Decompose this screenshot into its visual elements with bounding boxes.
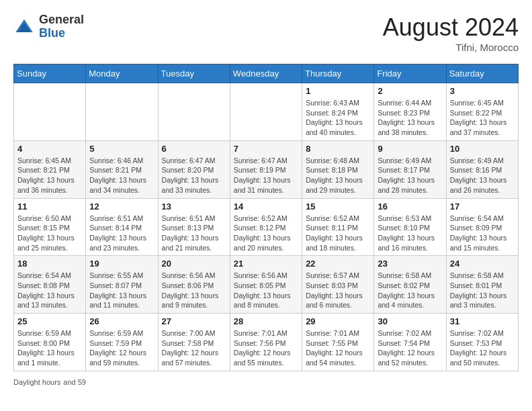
- day-number: 17: [450, 201, 515, 212]
- day-info: Sunrise: 6:58 AM Sunset: 8:02 PM Dayligh…: [378, 271, 442, 310]
- calendar-cell: 23Sunrise: 6:58 AM Sunset: 8:02 PM Dayli…: [374, 256, 446, 314]
- day-number: 13: [162, 201, 226, 212]
- day-info: Sunrise: 6:49 AM Sunset: 8:17 PM Dayligh…: [378, 156, 442, 195]
- day-info: Sunrise: 6:59 AM Sunset: 7:59 PM Dayligh…: [89, 328, 154, 368]
- day-number: 29: [306, 316, 370, 326]
- calendar-week-row: 4Sunrise: 6:45 AM Sunset: 8:21 PM Daylig…: [14, 140, 519, 198]
- logo: General Blue: [13, 13, 84, 40]
- day-info: Sunrise: 6:50 AM Sunset: 8:15 PM Dayligh…: [17, 214, 82, 253]
- day-info: Sunrise: 6:52 AM Sunset: 8:11 PM Dayligh…: [306, 214, 370, 253]
- calendar-cell: 3Sunrise: 6:45 AM Sunset: 8:22 PM Daylig…: [446, 83, 518, 141]
- calendar-cell: 25Sunrise: 6:59 AM Sunset: 8:00 PM Dayli…: [14, 314, 86, 371]
- calendar-cell: 8Sunrise: 6:48 AM Sunset: 8:18 PM Daylig…: [302, 140, 374, 198]
- day-number: 9: [378, 144, 442, 154]
- calendar-week-row: 18Sunrise: 6:54 AM Sunset: 8:08 PM Dayli…: [14, 256, 519, 314]
- calendar-week-row: 1Sunrise: 6:43 AM Sunset: 8:24 PM Daylig…: [14, 83, 519, 141]
- calendar-cell: 28Sunrise: 7:01 AM Sunset: 7:56 PM Dayli…: [230, 314, 302, 371]
- calendar-cell: 14Sunrise: 6:52 AM Sunset: 8:12 PM Dayli…: [230, 198, 302, 256]
- day-number: 31: [450, 316, 515, 326]
- day-info: Sunrise: 6:54 AM Sunset: 8:08 PM Dayligh…: [17, 271, 82, 310]
- calendar-header-thursday: Thursday: [302, 64, 374, 83]
- calendar-header-sunday: Sunday: [14, 64, 86, 83]
- day-number: 11: [17, 201, 82, 212]
- day-info: Sunrise: 6:49 AM Sunset: 8:16 PM Dayligh…: [450, 156, 515, 195]
- calendar-cell: 21Sunrise: 6:56 AM Sunset: 8:05 PM Dayli…: [230, 256, 302, 314]
- calendar-cell: 2Sunrise: 6:44 AM Sunset: 8:23 PM Daylig…: [374, 83, 446, 141]
- day-number: 7: [234, 144, 298, 154]
- day-info: Sunrise: 7:02 AM Sunset: 7:53 PM Dayligh…: [450, 328, 515, 368]
- calendar-cell: 22Sunrise: 6:57 AM Sunset: 8:03 PM Dayli…: [302, 256, 374, 314]
- calendar-header-friday: Friday: [374, 64, 446, 83]
- calendar-cell: 24Sunrise: 6:58 AM Sunset: 8:01 PM Dayli…: [446, 256, 518, 314]
- calendar-cell: [230, 83, 302, 141]
- calendar-cell: 15Sunrise: 6:52 AM Sunset: 8:11 PM Dayli…: [302, 198, 374, 256]
- calendar-cell: 7Sunrise: 6:47 AM Sunset: 8:19 PM Daylig…: [230, 140, 302, 198]
- day-number: 8: [306, 144, 370, 154]
- day-info: Sunrise: 6:53 AM Sunset: 8:10 PM Dayligh…: [378, 214, 442, 253]
- calendar-week-row: 11Sunrise: 6:50 AM Sunset: 8:15 PM Dayli…: [14, 198, 519, 256]
- footer-note: and 59: [63, 378, 86, 386]
- logo-text: General Blue: [39, 13, 84, 40]
- footer-label: Daylight hours: [13, 378, 60, 386]
- calendar-cell: 26Sunrise: 6:59 AM Sunset: 7:59 PM Dayli…: [86, 314, 158, 371]
- day-info: Sunrise: 7:02 AM Sunset: 7:54 PM Dayligh…: [378, 328, 442, 368]
- day-number: 24: [450, 259, 515, 269]
- calendar-cell: 31Sunrise: 7:02 AM Sunset: 7:53 PM Dayli…: [446, 314, 518, 371]
- day-number: 22: [306, 259, 370, 269]
- day-info: Sunrise: 6:43 AM Sunset: 8:24 PM Dayligh…: [306, 98, 370, 138]
- location: Tifni, Morocco: [383, 42, 519, 53]
- day-number: 1: [306, 86, 370, 96]
- day-info: Sunrise: 6:55 AM Sunset: 8:07 PM Dayligh…: [89, 271, 154, 310]
- calendar-cell: 11Sunrise: 6:50 AM Sunset: 8:15 PM Dayli…: [14, 198, 86, 256]
- logo-icon: [13, 16, 35, 38]
- day-number: 28: [234, 316, 298, 326]
- day-number: 10: [450, 144, 515, 154]
- day-info: Sunrise: 7:01 AM Sunset: 7:56 PM Dayligh…: [234, 328, 298, 368]
- calendar-cell: 13Sunrise: 6:51 AM Sunset: 8:13 PM Dayli…: [158, 198, 230, 256]
- calendar-cell: 9Sunrise: 6:49 AM Sunset: 8:17 PM Daylig…: [374, 140, 446, 198]
- day-info: Sunrise: 7:01 AM Sunset: 7:55 PM Dayligh…: [306, 328, 370, 368]
- calendar-cell: [14, 83, 86, 141]
- calendar-cell: [86, 83, 158, 141]
- day-number: 30: [378, 316, 442, 326]
- calendar-cell: 18Sunrise: 6:54 AM Sunset: 8:08 PM Dayli…: [14, 256, 86, 314]
- calendar-cell: 30Sunrise: 7:02 AM Sunset: 7:54 PM Dayli…: [374, 314, 446, 371]
- day-info: Sunrise: 6:45 AM Sunset: 8:22 PM Dayligh…: [450, 98, 515, 138]
- day-number: 20: [162, 259, 226, 269]
- calendar-cell: 16Sunrise: 6:53 AM Sunset: 8:10 PM Dayli…: [374, 198, 446, 256]
- day-info: Sunrise: 6:48 AM Sunset: 8:18 PM Dayligh…: [306, 156, 370, 195]
- calendar-cell: 5Sunrise: 6:46 AM Sunset: 8:21 PM Daylig…: [86, 140, 158, 198]
- day-info: Sunrise: 6:57 AM Sunset: 8:03 PM Dayligh…: [306, 271, 370, 310]
- calendar-week-row: 25Sunrise: 6:59 AM Sunset: 8:00 PM Dayli…: [14, 314, 519, 371]
- day-info: Sunrise: 6:54 AM Sunset: 8:09 PM Dayligh…: [450, 214, 515, 253]
- day-number: 5: [89, 144, 154, 154]
- day-number: 25: [17, 316, 82, 326]
- calendar-cell: 29Sunrise: 7:01 AM Sunset: 7:55 PM Dayli…: [302, 314, 374, 371]
- day-number: 19: [89, 259, 154, 269]
- day-info: Sunrise: 7:00 AM Sunset: 7:58 PM Dayligh…: [162, 328, 226, 368]
- day-info: Sunrise: 6:51 AM Sunset: 8:13 PM Dayligh…: [162, 214, 226, 253]
- month-year: August 2024: [383, 13, 519, 42]
- calendar-header-saturday: Saturday: [446, 64, 518, 83]
- day-info: Sunrise: 6:59 AM Sunset: 8:00 PM Dayligh…: [17, 328, 82, 368]
- calendar-cell: 1Sunrise: 6:43 AM Sunset: 8:24 PM Daylig…: [302, 83, 374, 141]
- day-info: Sunrise: 6:56 AM Sunset: 8:06 PM Dayligh…: [162, 271, 226, 310]
- calendar-header-tuesday: Tuesday: [158, 64, 230, 83]
- day-info: Sunrise: 6:58 AM Sunset: 8:01 PM Dayligh…: [450, 271, 515, 310]
- calendar-cell: 19Sunrise: 6:55 AM Sunset: 8:07 PM Dayli…: [86, 256, 158, 314]
- calendar-cell: 6Sunrise: 6:47 AM Sunset: 8:20 PM Daylig…: [158, 140, 230, 198]
- day-info: Sunrise: 6:45 AM Sunset: 8:21 PM Dayligh…: [17, 156, 82, 195]
- calendar-header-wednesday: Wednesday: [230, 64, 302, 83]
- page-header: General Blue August 2024 Tifni, Morocco: [13, 13, 519, 53]
- day-number: 6: [162, 144, 226, 154]
- day-number: 16: [378, 201, 442, 212]
- day-info: Sunrise: 6:56 AM Sunset: 8:05 PM Dayligh…: [234, 271, 298, 310]
- day-number: 23: [378, 259, 442, 269]
- calendar-cell: 20Sunrise: 6:56 AM Sunset: 8:06 PM Dayli…: [158, 256, 230, 314]
- day-number: 4: [17, 144, 82, 154]
- calendar-table: SundayMondayTuesdayWednesdayThursdayFrid…: [13, 64, 519, 371]
- day-info: Sunrise: 6:47 AM Sunset: 8:20 PM Dayligh…: [162, 156, 226, 195]
- calendar-header-monday: Monday: [86, 64, 158, 83]
- day-info: Sunrise: 6:44 AM Sunset: 8:23 PM Dayligh…: [378, 98, 442, 138]
- day-number: 18: [17, 259, 82, 269]
